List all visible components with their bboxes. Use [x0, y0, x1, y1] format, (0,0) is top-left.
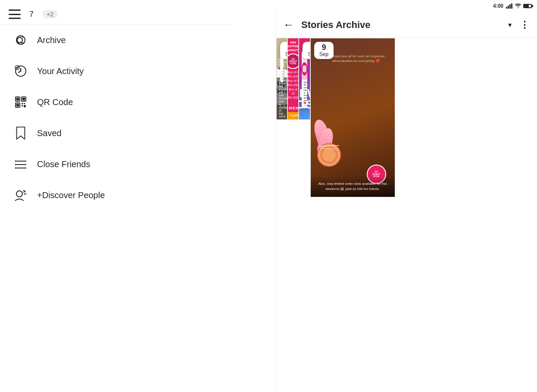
- svg-rect-12: [24, 105, 26, 107]
- svg-rect-11: [22, 105, 23, 106]
- svg-rect-6: [22, 98, 25, 100]
- menu-hamburger-icon[interactable]: [9, 9, 21, 19]
- menu-item-close-friends[interactable]: Close Friends: [0, 149, 233, 180]
- qr-icon: [13, 94, 28, 110]
- svg-rect-10: [24, 103, 25, 104]
- status-time: 4:00: [493, 3, 503, 9]
- svg-rect-9: [22, 103, 23, 104]
- activity-icon: [13, 63, 28, 79]
- stories-row-sep9: 9 Sep thank you all for such an response…: [310, 38, 311, 197]
- story4-top-text: thank you all for such an response, Alhu…: [332, 54, 392, 63]
- svg-rect-8: [16, 104, 19, 106]
- stories-grid: 5 Sep donutdose1 DO DONUT DOSE check out…: [276, 38, 537, 392]
- bookmark-icon: [13, 125, 28, 141]
- discover-icon: [13, 187, 28, 203]
- phone-status-bar: 4:00: [276, 0, 537, 12]
- menu-item-qr-code[interactable]: QR Code: [0, 87, 233, 118]
- svg-marker-17: [15, 164, 17, 165]
- activity-label: Your Activity: [37, 66, 84, 76]
- story-date-sep9: 9 Sep: [314, 42, 334, 59]
- story-date-sep5: 5 Sep: [280, 42, 287, 59]
- menu-item-saved[interactable]: Saved: [0, 118, 233, 149]
- signal-icon: [506, 3, 513, 9]
- status-icons: [506, 3, 532, 9]
- menu-badge: +2: [42, 10, 58, 19]
- story-thumb-2[interactable]: MIX TOPPINGDONUTS DODONUTDOSE Box of 4RS…: [287, 38, 299, 120]
- story-thumb-4[interactable]: 9 Sep thank you all for such an response…: [310, 38, 395, 197]
- battery-icon: [523, 4, 532, 8]
- story-month-sep9: Sep: [319, 51, 328, 57]
- story-thumb-3[interactable]: 6 Sep donutdos... donutdose1 All you nee…: [299, 38, 310, 120]
- archive-label: Archive: [37, 35, 66, 45]
- stories-archive-panel: 4:00 ← Stories Archive ▼ ⋮: [276, 0, 537, 392]
- story4-bottom-text: Also, only limited order slots available…: [316, 181, 390, 192]
- menu-user-count: 7: [29, 10, 34, 19]
- story-date-sep6: 6 Sep: [303, 42, 310, 59]
- qr-label: QR Code: [37, 97, 73, 107]
- discover-people-label: +Discover People: [37, 190, 105, 200]
- svg-point-19: [16, 191, 22, 197]
- menu-item-discover-people[interactable]: +Discover People: [0, 180, 233, 211]
- story4-bottom-overlay: Also, only limited order slots available…: [311, 176, 395, 197]
- svg-rect-23: [511, 3, 512, 9]
- more-options-button[interactable]: ⋮: [520, 19, 530, 31]
- close-friends-label: Close Friends: [37, 159, 90, 169]
- menu-panel: 7 +2 Archive Your Activity: [0, 0, 233, 392]
- menu-item-your-activity[interactable]: Your Activity: [0, 56, 233, 87]
- stories-archive-header: ← Stories Archive ▼ ⋮: [276, 12, 537, 38]
- story-day-9: 9: [319, 44, 328, 51]
- menu-top-bar: 7 +2: [0, 4, 233, 25]
- svg-rect-4: [16, 98, 19, 100]
- story-thumb-1[interactable]: 5 Sep donutdose1 DO DONUT DOSE check out…: [276, 38, 287, 120]
- close-friends-icon: [13, 156, 28, 172]
- svg-marker-18: [15, 167, 17, 169]
- stories-archive-title: Stories Archive: [301, 19, 500, 31]
- story1-caption: donutdose1 Introducing our scrumptious y…: [277, 78, 287, 119]
- dropdown-arrow-icon[interactable]: ▼: [507, 22, 513, 28]
- archive-icon: [13, 32, 28, 48]
- svg-rect-20: [506, 7, 507, 9]
- menu-item-archive[interactable]: Archive: [0, 25, 233, 56]
- svg-marker-16: [15, 160, 17, 162]
- svg-rect-22: [509, 4, 511, 9]
- saved-label: Saved: [37, 128, 62, 138]
- stories-row-sep5: 5 Sep donutdose1 DO DONUT DOSE check out…: [276, 38, 310, 120]
- svg-rect-21: [508, 6, 509, 9]
- wifi-icon: [515, 3, 521, 9]
- back-button[interactable]: ←: [283, 18, 294, 31]
